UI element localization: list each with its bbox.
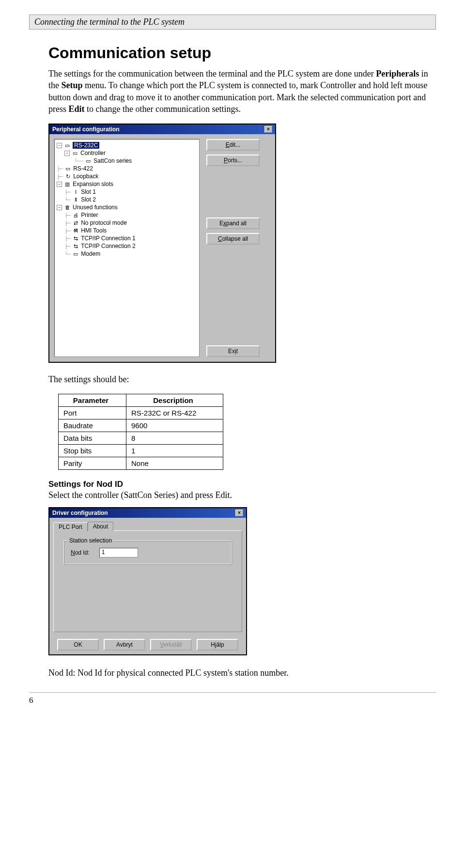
collapse-icon[interactable]: − bbox=[57, 205, 62, 210]
cell: 9600 bbox=[126, 419, 223, 432]
section-title: Communication setup bbox=[29, 44, 436, 62]
cell: Baudrate bbox=[59, 419, 126, 432]
tree-label: RS-232C bbox=[73, 142, 99, 149]
tree-label: TCP/IP Connection 1 bbox=[81, 235, 136, 242]
edit-button[interactable]: Edit... bbox=[206, 139, 260, 151]
tree-item-expansion[interactable]: − ▥ Expansion slots bbox=[57, 180, 197, 188]
tree-item-rs422[interactable]: ├─ ▭ RS-422 bbox=[57, 165, 197, 172]
tree-item-sattcon[interactable]: └── ▭ SattCon series bbox=[57, 157, 197, 165]
tree-label: Printer bbox=[81, 212, 98, 218]
tree-label: Modem bbox=[81, 250, 100, 257]
tab-panel: Station selection Nod Id: 1 bbox=[53, 530, 242, 632]
text: to change the other communication settin… bbox=[85, 104, 241, 114]
tree-item-unused[interactable]: − 🗑 Unused functions bbox=[57, 203, 197, 211]
group-label: Station selection bbox=[68, 537, 113, 544]
tree-item-slot2[interactable]: └─ Ⅱ Slot 2 bbox=[57, 196, 197, 203]
cell: 8 bbox=[126, 432, 223, 445]
tree-label: Loopback bbox=[73, 173, 98, 180]
modem-icon: ▭ bbox=[72, 251, 79, 257]
slot-icon: Ⅱ bbox=[72, 197, 79, 202]
cell: None bbox=[126, 457, 223, 470]
tree-connector: ├─ bbox=[64, 244, 70, 249]
cell: Data bits bbox=[59, 432, 126, 445]
page-number: 6 bbox=[29, 696, 33, 705]
exit-button[interactable]: Exit bbox=[206, 345, 260, 357]
cancel-button[interactable]: Avbryt bbox=[104, 639, 145, 651]
tree-connector: └─ bbox=[64, 197, 70, 202]
ports-button[interactable]: Ports... bbox=[206, 155, 260, 166]
nod-id-input[interactable]: 1 bbox=[99, 548, 138, 558]
nod-id-label: Nod Id: bbox=[71, 549, 90, 556]
text-bold: Peripherals bbox=[376, 69, 419, 78]
tree-connector: ├─ bbox=[57, 174, 62, 179]
tree-label: TCP/IP Connection 2 bbox=[81, 243, 136, 249]
expand-all-button[interactable]: Expand all bbox=[206, 217, 260, 229]
table-row: Stop bits1 bbox=[59, 445, 223, 457]
tree-label: No protocol mode bbox=[81, 219, 127, 226]
tree-item-rs232c[interactable]: − ▭ RS-232C bbox=[57, 141, 197, 149]
settings-intro: The settings should be: bbox=[29, 373, 436, 385]
tree-item-no-protocol[interactable]: ├─ ⇄ No protocol mode bbox=[57, 219, 197, 227]
tree-label: Expansion slots bbox=[73, 181, 113, 187]
port-icon: ▭ bbox=[64, 142, 71, 148]
driver-config-dialog: Driver configuration × PLC Port About St… bbox=[48, 507, 247, 655]
intro-paragraph: The settings for the communication betwe… bbox=[29, 68, 436, 115]
cell: Stop bits bbox=[59, 445, 126, 457]
tab-plc-port[interactable]: PLC Port bbox=[53, 522, 88, 531]
tree-label: Slot 1 bbox=[81, 188, 96, 195]
close-icon[interactable]: × bbox=[235, 510, 243, 516]
nod-id-footer-text: Nod Id: Nod Id for physical connected PL… bbox=[29, 667, 436, 679]
tree-connector: └─ bbox=[64, 251, 70, 257]
tree-item-tcpip1[interactable]: ├─ ⇆ TCP/IP Connection 1 bbox=[57, 234, 197, 242]
tree-item-controller[interactable]: − ▭ Controller bbox=[57, 149, 197, 157]
tree-connector: └── bbox=[74, 158, 83, 164]
help-button[interactable]: Hjälp bbox=[197, 639, 238, 651]
slots-icon: ▥ bbox=[64, 181, 71, 187]
controller-icon: ▭ bbox=[72, 150, 78, 156]
cell: Port bbox=[59, 407, 126, 419]
table-row: Data bits8 bbox=[59, 432, 223, 445]
page-header: Connecting the terminal to the PLC syste… bbox=[29, 15, 436, 30]
close-icon[interactable]: × bbox=[264, 126, 272, 133]
nod-id-text: Select the controller (SattCon Series) a… bbox=[29, 489, 436, 501]
network-icon: ⇆ bbox=[72, 235, 79, 241]
tree-connector: ├─ bbox=[64, 213, 70, 218]
tree-label: HMI Tools bbox=[81, 227, 107, 234]
loopback-icon: ↻ bbox=[64, 173, 71, 179]
tree-item-loopback[interactable]: ├─ ↻ Loopback bbox=[57, 172, 197, 180]
text-bold: Edit bbox=[69, 104, 85, 114]
ok-button[interactable]: OK bbox=[57, 639, 99, 651]
tree-label: Slot 2 bbox=[81, 196, 96, 203]
page-footer: 6 bbox=[29, 692, 436, 705]
tree-label: Unused functions bbox=[73, 204, 118, 211]
tree-view[interactable]: − ▭ RS-232C − ▭ Controller └── ▭ SattCon… bbox=[54, 139, 200, 357]
tree-item-tcpip2[interactable]: ├─ ⇆ TCP/IP Connection 2 bbox=[57, 242, 197, 250]
port-icon: ▭ bbox=[64, 166, 71, 171]
tree-item-modem[interactable]: └─ ▭ Modem bbox=[57, 250, 197, 258]
dialog-titlebar[interactable]: Peripheral configuration × bbox=[49, 124, 275, 134]
network-icon: ⇆ bbox=[72, 243, 79, 249]
collapse-icon[interactable]: − bbox=[57, 143, 62, 148]
collapse-icon[interactable]: − bbox=[57, 182, 62, 187]
tab-about[interactable]: About bbox=[88, 522, 113, 531]
tree-item-hmi[interactable]: ├─ 🛠 HMI Tools bbox=[57, 227, 197, 234]
table-header-description: Description bbox=[126, 394, 223, 407]
tree-item-printer[interactable]: ├─ 🖨 Printer bbox=[57, 211, 197, 219]
table-row: Baudrate9600 bbox=[59, 419, 223, 432]
trash-icon: 🗑 bbox=[64, 204, 71, 210]
table-header-parameter: Parameter bbox=[59, 394, 126, 407]
collapse-all-button[interactable]: Collapse all bbox=[206, 233, 260, 245]
dialog-title: Driver configuration bbox=[52, 510, 108, 516]
tree-item-slot1[interactable]: ├─ Ⅰ Slot 1 bbox=[57, 188, 197, 196]
apply-button[interactable]: Verkställ bbox=[150, 639, 192, 651]
table-row: ParityNone bbox=[59, 457, 223, 470]
collapse-icon[interactable]: − bbox=[64, 151, 70, 156]
text-bold: Setup bbox=[62, 80, 83, 90]
dialog-title: Peripheral configuration bbox=[52, 126, 120, 133]
tree-label: Controller bbox=[80, 150, 106, 156]
cell: 1 bbox=[126, 445, 223, 457]
tree-label: SattCon series bbox=[93, 157, 132, 164]
tools-icon: 🛠 bbox=[72, 228, 79, 233]
nod-id-heading: Settings for Nod ID bbox=[29, 480, 436, 489]
dialog-titlebar[interactable]: Driver configuration × bbox=[49, 508, 246, 518]
